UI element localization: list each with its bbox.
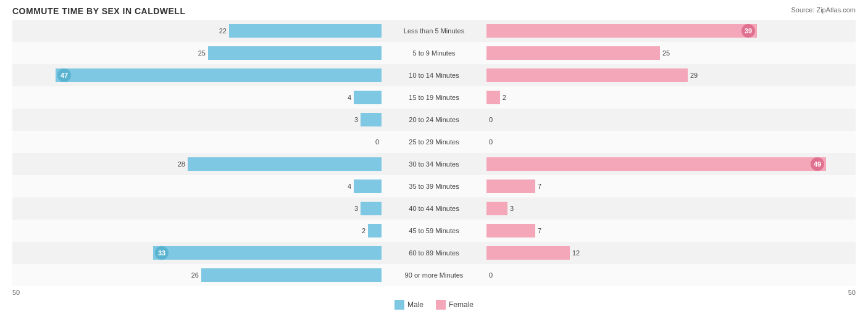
male-value: 25 [198, 49, 206, 57]
female-section: 0 [486, 109, 856, 131]
male-bar [188, 157, 382, 171]
row-label: 90 or more Minutes [382, 271, 486, 279]
female-bar [486, 224, 535, 237]
female-value: 49 [811, 157, 824, 171]
female-value: 7 [538, 183, 541, 190]
male-value: 0 [375, 138, 379, 146]
male-bar [354, 91, 382, 104]
female-bar: 39 [486, 24, 757, 38]
row-label: 10 to 14 Minutes [382, 72, 486, 79]
row-label: 35 to 39 Minutes [382, 183, 486, 190]
legend-female-label: Female [449, 300, 474, 309]
legend-female: Female [436, 300, 474, 310]
table-row: 2830 to 34 Minutes49 [12, 153, 856, 175]
female-section: 49 [486, 153, 856, 175]
male-value: 3 [354, 116, 358, 123]
chart-title: COMMUTE TIME BY SEX IN CALDWELL [12, 6, 856, 16]
table-row: 3360 to 89 Minutes12 [12, 242, 856, 264]
female-section: 0 [486, 131, 856, 153]
male-section: 22 [12, 20, 382, 42]
female-value: 29 [690, 72, 698, 79]
male-value: 4 [348, 183, 351, 190]
male-value: 2 [362, 227, 365, 234]
legend-male-box [394, 300, 404, 310]
male-value: 3 [354, 205, 358, 212]
male-section: 2 [12, 220, 382, 242]
female-section: 29 [486, 64, 856, 86]
male-value: 4 [348, 94, 351, 101]
male-section: 26 [12, 264, 382, 286]
male-bar [229, 24, 382, 38]
male-section: 4 [12, 175, 382, 197]
female-value: 3 [510, 205, 514, 212]
female-bar [486, 202, 507, 215]
male-section: 28 [12, 153, 382, 175]
axis-left: 50 [12, 289, 20, 296]
female-bar [486, 46, 660, 60]
male-value: 33 [155, 246, 169, 260]
female-value: 12 [572, 249, 580, 257]
row-label: 25 to 29 Minutes [382, 138, 486, 146]
table-row: 4710 to 14 Minutes29 [12, 64, 856, 86]
male-bar [361, 202, 382, 215]
female-section: 0 [486, 264, 856, 286]
female-bar: 49 [486, 157, 826, 171]
male-bar [354, 180, 382, 193]
legend-male-label: Male [407, 300, 424, 309]
male-section: 3 [12, 109, 382, 131]
chart-container: COMMUTE TIME BY SEX IN CALDWELL Source: … [0, 0, 868, 322]
female-value: 39 [741, 24, 755, 38]
female-bar [486, 180, 535, 193]
male-section: 0 [12, 131, 382, 153]
female-bar [486, 246, 570, 260]
row-label: 30 to 34 Minutes [382, 160, 486, 168]
male-bar: 33 [153, 246, 382, 260]
female-value: 25 [662, 49, 670, 57]
row-label: 15 to 19 Minutes [382, 94, 486, 101]
source-label: Source: ZipAtlas.com [791, 6, 856, 14]
female-value: 0 [489, 271, 493, 279]
row-label: 5 to 9 Minutes [382, 49, 486, 57]
legend-male: Male [394, 300, 424, 310]
bars-area: 22Less than 5 Minutes39255 to 9 Minutes2… [12, 20, 856, 286]
male-value: 26 [191, 271, 199, 279]
male-bar [208, 46, 382, 60]
female-section: 7 [486, 220, 856, 242]
female-section: 3 [486, 197, 856, 220]
male-value: 47 [57, 68, 71, 82]
male-section: 25 [12, 42, 382, 64]
male-bar [368, 224, 382, 237]
table-row: 320 to 24 Minutes0 [12, 109, 856, 131]
female-section: 2 [486, 86, 856, 109]
table-row: 255 to 9 Minutes25 [12, 42, 856, 64]
male-bar: 47 [56, 68, 382, 82]
row-label: 45 to 59 Minutes [382, 227, 486, 234]
female-section: 25 [486, 42, 856, 64]
female-value: 0 [489, 138, 493, 146]
axis-right: 50 [848, 289, 856, 296]
table-row: 245 to 59 Minutes7 [12, 220, 856, 242]
axis-labels: 50 50 [12, 289, 856, 296]
female-value: 0 [489, 116, 493, 123]
row-label: 20 to 24 Minutes [382, 116, 486, 123]
female-section: 39 [486, 20, 856, 42]
female-value: 2 [503, 94, 506, 101]
female-bar [486, 68, 688, 82]
male-value: 22 [219, 27, 227, 35]
female-section: 12 [486, 242, 856, 264]
female-bar [486, 91, 500, 104]
male-section: 33 [12, 242, 382, 264]
table-row: 435 to 39 Minutes7 [12, 175, 856, 197]
row-label: 60 to 89 Minutes [382, 249, 486, 257]
row-label: Less than 5 Minutes [382, 27, 486, 35]
male-section: 4 [12, 86, 382, 109]
male-bar [201, 268, 382, 282]
female-value: 7 [538, 227, 541, 234]
male-bar [361, 113, 382, 126]
legend-female-box [436, 300, 446, 310]
table-row: 2690 or more Minutes0 [12, 264, 856, 286]
legend: Male Female [12, 300, 856, 310]
male-value: 28 [178, 160, 185, 168]
row-label: 40 to 44 Minutes [382, 205, 486, 212]
table-row: 22Less than 5 Minutes39 [12, 20, 856, 42]
